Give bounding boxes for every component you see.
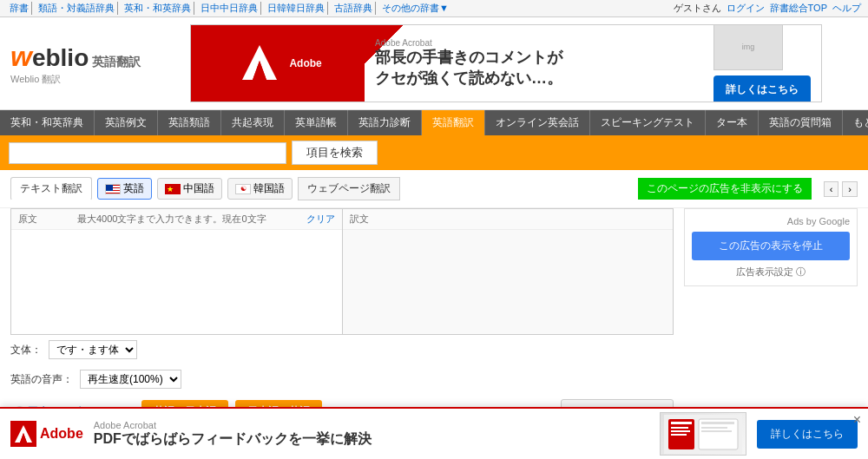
cn-flag-icon: ★ — [165, 184, 181, 194]
svg-rect-13 — [701, 422, 734, 424]
source-area: 原文 最大4000文字まで入力できます。現在0文字 クリア — [11, 209, 343, 334]
svg-rect-15 — [701, 430, 732, 432]
translation-left: 原文 最大4000文字まで入力できます。現在0文字 クリア 訳文 文体： — [10, 208, 674, 429]
kr-flag-icon: ☯ — [235, 184, 251, 194]
flag-korean[interactable]: ☯ 韓国語 — [227, 178, 293, 200]
logo[interactable]: weblio 英語翻訳 — [10, 41, 141, 73]
bottom-adobe-brand: Adobe — [40, 426, 83, 442]
logo-subtitle: 英語翻訳 — [92, 55, 141, 70]
ads-by-google: Ads by Google — [692, 216, 850, 226]
text-areas: 原文 最大4000文字まで入力できます。現在0文字 クリア 訳文 — [10, 208, 674, 335]
adobe-ad-cta: img 詳しくはこちら — [703, 24, 821, 102]
top-link[interactable]: 辞書総合TOP — [770, 2, 827, 15]
nav-link-jisho[interactable]: 辞書 — [7, 2, 32, 15]
nav-link-eiwa[interactable]: 英和・和英辞典 — [122, 2, 194, 15]
search-input[interactable] — [9, 142, 286, 164]
bottom-adobe-content: Adobe Acrobat PDFでばらばらフィードバックを一挙に解決 — [94, 420, 649, 449]
adobe-ad-header[interactable]: Adobe Adobe Acrobat 部長の手書きのコメントが クセが強くて読… — [190, 24, 822, 102]
korean-label: 韓国語 — [253, 181, 285, 196]
adobe-label: Adobe — [289, 57, 321, 69]
svg-rect-9 — [671, 427, 688, 429]
bottom-adobe-main: PDFでばらばらフィードバックを一挙に解決 — [94, 430, 649, 449]
controls-row-2: 英語の音声： 再生速度(100%) — [10, 364, 674, 394]
nav-online[interactable]: オンライン英会話 — [485, 110, 590, 135]
logo-text: eblio — [32, 44, 89, 72]
target-header: 訳文 — [343, 209, 674, 230]
english-label: 英語 — [123, 181, 144, 196]
svg-rect-8 — [671, 422, 692, 424]
adobe-ad-main: 部長の手書きのコメントが クセが強くて読めない…。 — [375, 48, 693, 89]
nav-bar: 英和・和英辞典 英語例文 英語類語 共起表現 英単語帳 英語力診断 英語翻訳 オ… — [0, 110, 868, 135]
nav-honyaku[interactable]: 英語翻訳 — [422, 110, 485, 135]
nav-link-kogo[interactable]: 古語辞典 — [332, 2, 376, 15]
nav-ruigo[interactable]: 英語類語 — [158, 110, 221, 135]
nav-ryoku[interactable]: 英語力診断 — [348, 110, 422, 135]
adobe-ad-thumbnail: img — [713, 24, 783, 70]
search-bar: 項目を検索 — [0, 135, 868, 170]
source-textarea[interactable] — [11, 230, 342, 334]
top-bar: 辞書 類語・対義語辞典 英和・和英辞典 日中中日辞典 日韓韓日辞典 古語辞典 そ… — [0, 0, 868, 17]
search-button[interactable]: 項目を検索 — [292, 141, 378, 165]
adobe-ad-button[interactable]: 詳しくはこちら — [713, 75, 811, 102]
chinese-label: 中国語 — [183, 181, 214, 196]
bottom-adobe-button[interactable]: 詳しくはこちら — [757, 420, 858, 449]
nav-kyoki[interactable]: 共起表現 — [221, 110, 285, 135]
svg-rect-10 — [671, 430, 690, 432]
flag-chinese[interactable]: ★ 中国語 — [157, 178, 222, 200]
top-bar-user: ゲストさん ログイン 辞書総合TOP ヘルプ — [674, 2, 861, 15]
nav-shitsumon[interactable]: 英語の質問箱 — [759, 110, 843, 135]
nav-tar[interactable]: ター本 — [706, 110, 759, 135]
nav-eiwa[interactable]: 英和・和英辞典 — [0, 110, 95, 135]
translation-area: テキスト翻訳 英語 ★ 中国語 ☯ 韓国語 ウェブページ翻訳 このページの広告を… — [0, 170, 868, 440]
bottom-adobe-ad: × Adobe Adobe Acrobat PDFでばらばらフィードバックを一挙… — [0, 407, 868, 459]
header-advertisement: Adobe Adobe Acrobat 部長の手書きのコメントが クセが強くて読… — [155, 24, 858, 102]
google-ads-panel: Ads by Google この広告の表示を停止 広告表示設定 ⓘ — [684, 208, 858, 286]
svg-rect-14 — [701, 427, 727, 429]
svg-rect-11 — [671, 434, 687, 436]
nav-link-nikan[interactable]: 日韓韓日辞典 — [265, 2, 328, 15]
source-label: 原文 — [18, 213, 37, 226]
source-hint: 最大4000文字まで入力できます。現在0文字 — [77, 213, 266, 226]
nav-more[interactable]: もと見る▼ — [843, 110, 868, 135]
bottom-adobe-title: Adobe Acrobat — [94, 420, 649, 430]
header: weblio 英語翻訳 Weblio 翻訳 Adobe Adobe Acroba… — [0, 17, 868, 110]
us-flag-icon — [105, 184, 121, 194]
bottom-adobe-logo: Adobe — [10, 421, 83, 447]
voice-select[interactable]: 再生速度(100%) — [80, 370, 181, 389]
hide-ad-button[interactable]: このページの広告を非表示にする — [638, 178, 812, 200]
nav-link-nichu[interactable]: 日中中日辞典 — [198, 2, 261, 15]
adobe-logo-icon — [233, 36, 286, 91]
stop-ad-button[interactable]: この広告の表示を停止 — [692, 232, 850, 260]
nav-link-other[interactable]: その他の辞書▼ — [379, 2, 451, 15]
target-label: 訳文 — [350, 213, 369, 224]
target-area: 訳文 — [343, 209, 674, 334]
main-content: 原文 最大4000文字まで入力できます。現在0文字 クリア 訳文 文体： — [0, 208, 868, 440]
nav-bar-wrapper: 英和・和英辞典 英語例文 英語類語 共起表現 英単語帳 英語力診断 英語翻訳 オ… — [0, 110, 868, 135]
chevron-left-btn[interactable]: ‹ — [824, 181, 839, 197]
login-link[interactable]: ログイン — [727, 2, 765, 15]
logo-w: w — [10, 41, 32, 73]
target-content — [343, 230, 674, 334]
voice-label: 英語の音声： — [10, 372, 73, 387]
flag-english[interactable]: 英語 — [97, 178, 152, 200]
nav-speaking[interactable]: スピーキングテスト — [590, 110, 706, 135]
nav-reibun[interactable]: 英語例文 — [95, 110, 158, 135]
tab-text-translation[interactable]: テキスト翻訳 — [10, 177, 92, 200]
nav-link-ruigo[interactable]: 類語・対義語辞典 — [36, 2, 118, 15]
logo-area: weblio 英語翻訳 Weblio 翻訳 — [10, 41, 141, 86]
close-bottom-ad-button[interactable]: × — [853, 412, 861, 428]
right-ad-panel: Ads by Google この広告の表示を停止 広告表示設定 ⓘ — [684, 208, 858, 429]
style-select[interactable]: です・ます体 普通体 — [49, 340, 137, 359]
ad-setting[interactable]: 広告表示設定 ⓘ — [692, 266, 850, 279]
nav-tanchocho[interactable]: 英単語帳 — [285, 110, 348, 135]
source-header: 原文 最大4000文字まで入力できます。現在0文字 クリア — [11, 209, 342, 230]
help-link[interactable]: ヘルプ — [832, 2, 861, 15]
chevron-right-btn[interactable]: › — [842, 181, 858, 197]
adobe-ad-subtitle: Adobe Acrobat — [375, 38, 693, 48]
tab-webpage-translation[interactable]: ウェブページ翻訳 — [298, 177, 400, 200]
adobe-logo-section: Adobe — [191, 24, 365, 102]
clear-button[interactable]: クリア — [306, 213, 335, 226]
adobe-ad-text: Adobe Acrobat 部長の手書きのコメントが クセが強くて読めない…。 — [365, 31, 703, 95]
top-bar-links: 辞書 類語・対義語辞典 英和・和英辞典 日中中日辞典 日韓韓日辞典 古語辞典 そ… — [7, 2, 451, 15]
bottom-adobe-image — [660, 412, 746, 456]
